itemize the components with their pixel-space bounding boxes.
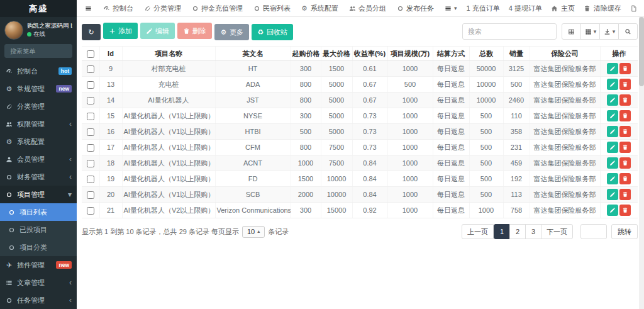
row-edit-button[interactable] (607, 157, 618, 169)
sidebar-item-system-config[interactable]: ⚙系统配置 (0, 133, 77, 150)
page-jump-button[interactable]: 跳转 (611, 224, 638, 239)
row-delete-button[interactable] (619, 79, 631, 90)
sidebar-search-input[interactable] (4, 44, 72, 58)
tab-category[interactable]: 分类管理 (138, 0, 186, 16)
row-delete-button[interactable] (619, 126, 631, 137)
column-header-10[interactable]: 保险公司 (530, 47, 600, 61)
row-delete-button[interactable] (619, 63, 631, 74)
sidebar-item-invested-projects[interactable]: 已投项目 (0, 221, 77, 239)
row-edit-button[interactable] (607, 189, 618, 200)
next-page-button[interactable]: 下一页 (541, 224, 573, 239)
row-checkbox[interactable] (87, 65, 94, 73)
select-all-checkbox[interactable] (87, 50, 94, 58)
row-edit-button[interactable] (607, 94, 618, 106)
column-header-11[interactable]: 操作 (600, 47, 638, 61)
page-button-1[interactable]: 1 (494, 224, 510, 239)
column-header-6[interactable]: 项目规模(万) (387, 47, 433, 61)
row-checkbox[interactable] (87, 81, 94, 89)
row-delete-button[interactable] (619, 189, 631, 200)
page-button-3[interactable]: 3 (525, 224, 541, 239)
tab-member-group[interactable]: 会员分组 (343, 0, 391, 16)
sidebar-item-project-list[interactable]: 项目列表 (0, 203, 77, 221)
row-edit-button[interactable] (607, 63, 618, 74)
navbar-item-clear-cache[interactable]: 清除缓存 (579, 0, 626, 16)
column-header-5[interactable]: 收益率(%) (352, 47, 387, 61)
column-header-9[interactable]: 销量 (503, 47, 530, 61)
nav-more-dropdown[interactable]: ▾ (439, 0, 462, 16)
delete-button[interactable]: 删除 (177, 23, 212, 39)
navbar-item-label: 1 充值订单 (467, 4, 500, 13)
row-delete-button[interactable] (619, 173, 631, 184)
sidebar-item-article[interactable]: 文章管理‹ (0, 274, 77, 291)
row-checkbox[interactable] (87, 160, 94, 167)
row-delete-button[interactable] (619, 205, 631, 216)
edit-button[interactable]: 编辑 (140, 23, 175, 39)
column-header-8[interactable]: 总数 (469, 47, 503, 61)
page-jump-input[interactable] (580, 224, 607, 239)
recycle-button[interactable]: ♻回收站 (252, 24, 293, 40)
app-logo[interactable]: 高盛 (0, 0, 77, 17)
page-button-2[interactable]: 2 (509, 224, 526, 239)
tab-system-config[interactable]: ⚙系统配置 (296, 0, 343, 16)
detail-view-button[interactable] (562, 23, 581, 40)
row-edit-button[interactable] (607, 110, 618, 121)
page-size-select[interactable]: 10 ▴ (242, 226, 265, 238)
row-edit-button[interactable] (607, 79, 618, 90)
add-button[interactable]: 添加 (103, 23, 138, 39)
row-edit-button[interactable] (607, 142, 618, 153)
column-header-0[interactable]: Id (99, 47, 122, 61)
navbar-item-home[interactable]: 主页 (547, 0, 579, 16)
sidebar-item-category[interactable]: 分类管理 (0, 98, 77, 115)
sidebar-item-project[interactable]: 项目管理▾ (0, 186, 77, 203)
sidebar-item-finance[interactable]: 财务管理‹ (0, 168, 77, 186)
gear-icon: ⚙ (5, 86, 13, 93)
sidebar-item-auth[interactable]: 权限管理‹ (0, 115, 77, 133)
sidebar-item-dashboard[interactable]: 控制台hot (0, 62, 77, 80)
row-delete-button[interactable] (619, 94, 631, 106)
row-delete-button[interactable] (619, 142, 631, 153)
navbar-item-clear-browser-cache[interactable] (626, 0, 642, 16)
search-submit-button[interactable] (618, 23, 638, 40)
row-checkbox[interactable] (87, 191, 94, 199)
row-delete-button[interactable] (619, 110, 631, 121)
row-edit-button[interactable] (607, 205, 618, 216)
row-edit-button[interactable] (607, 173, 618, 184)
sidebar-item-member[interactable]: 会员管理‹ (0, 150, 77, 168)
hamburger-icon[interactable] (79, 0, 97, 16)
refresh-button[interactable]: ↻ (82, 24, 101, 40)
sidebar-item-addon[interactable]: ✈插件管理new (0, 256, 77, 274)
row-checkbox[interactable] (87, 113, 94, 120)
scrollbar-thumb[interactable] (639, 17, 644, 86)
prev-page-button[interactable]: 上一页 (462, 224, 494, 239)
tab-dashboard[interactable]: 控制台 (97, 0, 138, 16)
table-row: 9村部充电桩HT30015000.611000每日返息500003125富达集团… (82, 61, 638, 77)
sidebar-item-task[interactable]: 任务管理‹ (0, 291, 77, 309)
row-delete-button[interactable] (619, 157, 631, 169)
tab-publish-task[interactable]: 发布任务 (391, 0, 439, 16)
more-button[interactable]: ⚙更多 (214, 24, 249, 40)
row-edit-button[interactable] (607, 126, 618, 137)
column-header-1[interactable]: 项目名称 (122, 47, 215, 61)
sidebar-item-general[interactable]: ⚙常规管理new (0, 80, 77, 98)
navbar-item-recharge-orders[interactable]: 1 充值订单 (462, 0, 504, 16)
scrollbar-track[interactable] (639, 17, 644, 309)
navbar-item-withdraw-orders[interactable]: 4 提现订单 (504, 0, 547, 16)
row-checkbox[interactable] (87, 128, 94, 136)
columns-button[interactable]: ▾ (580, 23, 600, 40)
row-checkbox[interactable] (87, 144, 94, 152)
export-button[interactable]: ▾ (599, 23, 619, 40)
row-checkbox[interactable] (87, 97, 94, 104)
column-header-2[interactable]: 英文名 (215, 47, 291, 61)
tab-homestay-list[interactable]: 民宿列表 (248, 0, 296, 16)
tab-deposit-recharge[interactable]: 押金充值管理 (186, 0, 248, 16)
column-header-3[interactable]: 起购价格 (291, 47, 321, 61)
table-search-input[interactable] (462, 23, 557, 40)
row-checkbox[interactable] (87, 207, 94, 215)
users-icon (348, 5, 356, 12)
cell-en: HTBI (215, 124, 291, 140)
circle-icon (5, 297, 13, 304)
sidebar-item-project-category[interactable]: 项目分类 (0, 239, 77, 256)
row-checkbox[interactable] (87, 176, 94, 183)
column-header-7[interactable]: 结算方式 (433, 47, 469, 61)
column-header-4[interactable]: 最大价格 (321, 47, 352, 61)
